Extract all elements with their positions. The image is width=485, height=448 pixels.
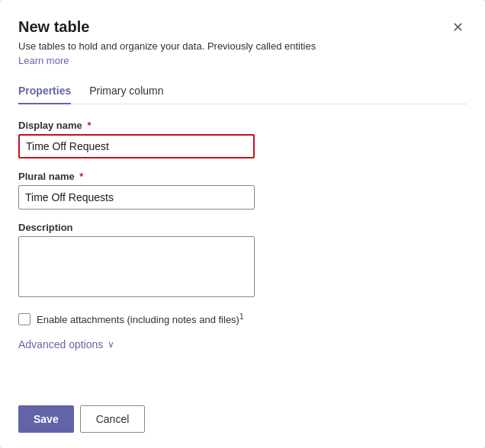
display-name-field: Display name * bbox=[18, 120, 467, 158]
display-name-input[interactable] bbox=[18, 134, 255, 158]
description-label: Description bbox=[18, 222, 467, 233]
save-button[interactable]: Save bbox=[18, 405, 74, 433]
superscript: 1 bbox=[239, 312, 244, 321]
required-star-plural: * bbox=[77, 171, 84, 182]
modal-title: New table bbox=[18, 18, 89, 36]
description-field: Description bbox=[18, 222, 467, 300]
chevron-down-icon: ∨ bbox=[108, 339, 114, 350]
modal-footer: Save Cancel bbox=[18, 405, 467, 433]
learn-more-link[interactable]: Learn more bbox=[18, 55, 467, 66]
advanced-options-button[interactable]: Advanced options ∨ bbox=[18, 338, 467, 350]
display-name-label: Display name * bbox=[18, 120, 467, 131]
enable-attachments-checkbox[interactable] bbox=[18, 313, 31, 325]
tab-primary-column[interactable]: Primary column bbox=[89, 78, 163, 104]
description-input[interactable] bbox=[18, 236, 255, 297]
plural-name-field: Plural name * bbox=[18, 171, 467, 210]
plural-name-input[interactable] bbox=[18, 185, 255, 210]
modal-description: Use tables to hold and organize your dat… bbox=[18, 40, 467, 53]
enable-attachments-row: Enable attachments (including notes and … bbox=[18, 312, 467, 325]
enable-attachments-label: Enable attachments (including notes and … bbox=[37, 312, 244, 325]
tab-properties[interactable]: Properties bbox=[18, 78, 71, 104]
advanced-options-label: Advanced options bbox=[18, 338, 103, 350]
plural-name-label: Plural name * bbox=[18, 171, 467, 182]
tab-bar: Properties Primary column bbox=[18, 78, 467, 104]
close-button[interactable]: ✕ bbox=[448, 18, 467, 37]
modal-header: New table ✕ bbox=[18, 18, 467, 37]
new-table-modal: New table ✕ Use tables to hold and organ… bbox=[0, 0, 485, 448]
cancel-button[interactable]: Cancel bbox=[80, 405, 146, 433]
required-star: * bbox=[85, 120, 92, 131]
